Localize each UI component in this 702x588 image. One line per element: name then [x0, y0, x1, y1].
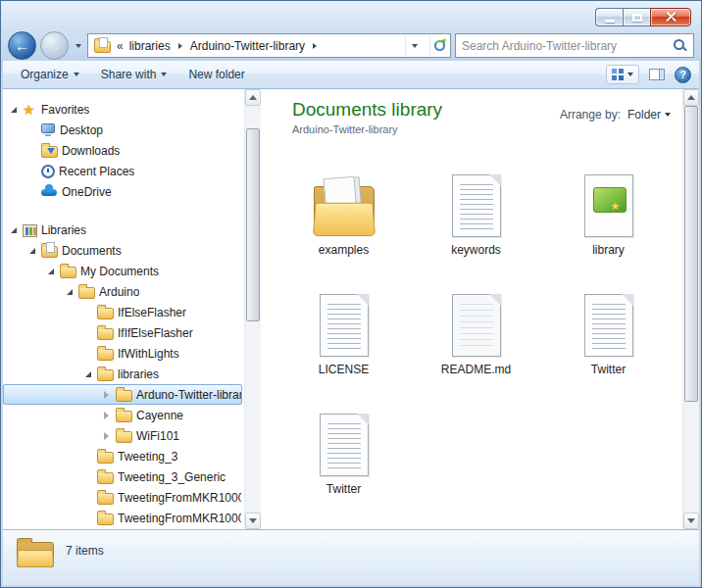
text-file-icon	[584, 294, 633, 357]
toolbar-button-label: Share with	[101, 68, 157, 81]
tree-item-libraries[interactable]: libraries	[3, 364, 242, 384]
text-file-icon	[320, 414, 369, 476]
expanded-arrow-icon[interactable]	[82, 371, 93, 377]
expanded-arrow-icon[interactable]	[26, 248, 37, 254]
tree-item-recent-places[interactable]: Recent Places	[3, 161, 242, 181]
change-view-button[interactable]	[606, 65, 639, 84]
maximize-button[interactable]	[623, 8, 650, 26]
folder-icon	[60, 267, 76, 278]
tree-item-documents[interactable]: Documents	[3, 240, 242, 261]
tree-item-label: libraries	[118, 368, 159, 381]
collapsed-arrow-icon[interactable]	[101, 412, 112, 419]
file-item-keywords[interactable]: keywords	[411, 161, 541, 270]
tree-item-tweetingfrommkr1000[interactable]: TweetingFromMKR1000	[3, 487, 242, 508]
toolbar-view-controls	[606, 65, 691, 84]
scrollbar-thumb[interactable]	[246, 128, 260, 321]
breadcrumb-chevron-icon[interactable]	[313, 43, 317, 49]
folder-icon	[97, 308, 114, 319]
file-item-readme-md[interactable]: README.md	[411, 280, 541, 390]
tree-item-arduno-twitter-library[interactable]: Arduno-Twitter-library	[3, 384, 242, 405]
expanded-arrow-icon[interactable]	[64, 289, 75, 295]
tree-item-ififelseflasher[interactable]: IfIfElseFlasher	[3, 322, 242, 343]
breadcrumb-item-libraries[interactable]: libraries	[129, 39, 171, 53]
breadcrumb-chevron-icon[interactable]	[178, 43, 182, 49]
scrollbar-thumb[interactable]	[684, 106, 698, 402]
help-icon	[675, 67, 691, 83]
scroll-up-button[interactable]	[683, 89, 699, 106]
search-icon[interactable]	[674, 39, 687, 53]
back-button[interactable]	[8, 31, 36, 60]
address-dropdown-button[interactable]	[405, 35, 424, 56]
address-bar[interactable]: « librariesArduino-Twitter-library	[87, 33, 451, 58]
titlebar[interactable]	[1, 1, 701, 30]
help-button[interactable]	[675, 67, 691, 83]
tree-item-favorites[interactable]: Favorites	[3, 99, 242, 120]
collapsed-arrow-icon[interactable]	[101, 391, 112, 399]
file-item-library[interactable]: library	[543, 161, 674, 270]
expanded-arrow-icon[interactable]	[45, 269, 56, 274]
folder-icon	[97, 514, 114, 525]
navigation-bar: « librariesArduino-Twitter-library	[1, 30, 701, 61]
tree-item-tweeting-3-generic[interactable]: Tweeting_3_Generic	[3, 466, 242, 487]
caption-buttons	[595, 8, 691, 26]
toolbar-share-with-button[interactable]: Share with	[91, 64, 177, 85]
folder-icon	[97, 369, 114, 381]
refresh-button[interactable]	[429, 35, 448, 56]
text-file-icon	[452, 174, 501, 237]
folder-icon	[116, 431, 132, 443]
arrange-by-dropdown[interactable]: Folder	[627, 108, 671, 122]
expanded-arrow-icon[interactable]	[8, 107, 19, 113]
close-button[interactable]	[650, 8, 691, 26]
tree-item-libraries[interactable]: Libraries	[3, 220, 242, 240]
file-item-examples[interactable]: examples	[278, 161, 409, 270]
file-item-label: library	[592, 243, 625, 257]
forward-button[interactable]	[40, 31, 69, 60]
preview-pane-button[interactable]	[649, 69, 665, 80]
tree-item-ifelseflasher[interactable]: IfElseFlasher	[3, 302, 242, 322]
views-icon	[612, 69, 624, 80]
tree-item-label: Tweeting_3_Generic	[118, 470, 226, 484]
tree-item-onedrive[interactable]: OneDrive	[3, 181, 242, 202]
location-icon	[94, 41, 111, 53]
file-item-label: LICENSE	[319, 363, 369, 376]
sidebar-scrollbar[interactable]	[244, 89, 261, 529]
maximize-icon	[632, 14, 642, 22]
content-scrollbar[interactable]	[682, 89, 699, 529]
scroll-down-button[interactable]	[245, 513, 261, 529]
breadcrumb-item-arduino-twitter-library[interactable]: Arduino-Twitter-library	[190, 39, 305, 53]
tree-item-downloads[interactable]: Downloads	[3, 140, 242, 161]
file-item-license[interactable]: LICENSE	[278, 280, 409, 390]
command-bar: OrganizeShare withNew folder	[3, 61, 699, 89]
recent-pages-dropdown[interactable]	[73, 31, 83, 60]
tree-item-tweeting-3[interactable]: Tweeting_3	[3, 446, 242, 466]
arrange-by-label: Arrange by:	[560, 108, 621, 122]
downloads-icon	[41, 146, 58, 158]
tree-item-ifwithlights[interactable]: IfWithLights	[3, 343, 242, 364]
tree-item-my-documents[interactable]: My Documents	[3, 261, 242, 281]
tree-item-wifi101[interactable]: WiFi101	[3, 425, 242, 446]
tree-item-cayenne[interactable]: Cayenne	[3, 405, 242, 425]
favorites-star-icon	[23, 102, 37, 118]
tree-item-label: TweetingFromMKR1000_2	[118, 512, 241, 525]
onedrive-icon	[41, 185, 58, 198]
expanded-arrow-icon[interactable]	[8, 227, 19, 233]
file-icon-wrap	[452, 280, 501, 357]
scroll-up-button[interactable]	[245, 89, 261, 106]
file-item-twitter[interactable]: Twitter	[543, 280, 674, 390]
scroll-down-button[interactable]	[683, 513, 699, 529]
search-input[interactable]	[462, 39, 674, 53]
breadcrumb-overflow[interactable]: «	[117, 39, 124, 53]
chevron-down-icon	[412, 44, 418, 48]
tree-item-label: Desktop	[60, 123, 103, 137]
toolbar-new-folder-button[interactable]: New folder	[178, 64, 254, 85]
tree-item-tweetingfrommkr1000-2[interactable]: TweetingFromMKR1000_2	[3, 508, 242, 528]
collapsed-arrow-icon[interactable]	[101, 432, 112, 440]
preview-pane-icon	[649, 69, 665, 80]
tree-item-desktop[interactable]: Desktop	[3, 120, 242, 140]
toolbar-organize-button[interactable]: Organize	[11, 64, 89, 85]
file-item-twitter[interactable]: Twitter	[278, 400, 409, 510]
triangle-up-icon	[687, 95, 695, 100]
minimize-button[interactable]	[595, 8, 623, 26]
tree-item-label: WiFi101	[136, 429, 179, 443]
tree-item-arduino[interactable]: Arduino	[3, 281, 242, 302]
